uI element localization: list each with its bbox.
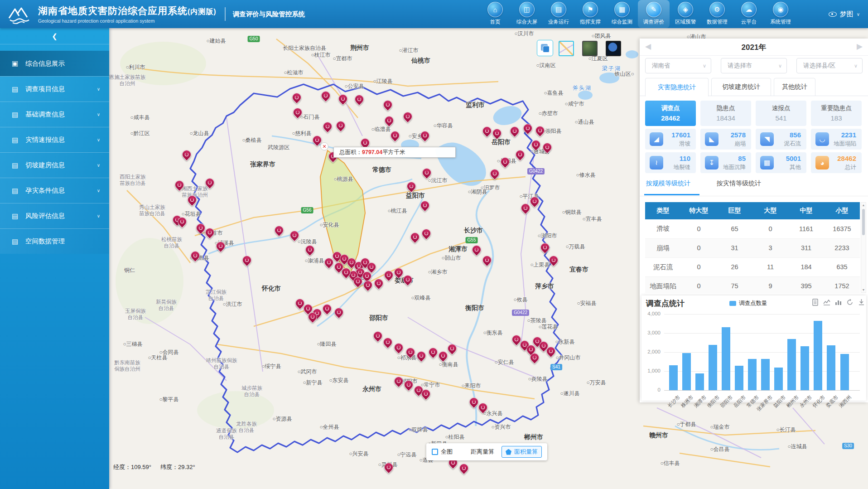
sidebar-item-label: 孕灾条件信息 xyxy=(25,186,97,195)
nav-item-数据管理[interactable]: ⚙数据管理 xyxy=(701,0,733,28)
tab-灾害隐患统计[interactable]: 灾害隐患统计 xyxy=(645,78,709,97)
nav-item-云平台[interactable]: ☁云平台 xyxy=(733,0,765,28)
type-card-泥石流[interactable]: ◥856泥石流 xyxy=(756,129,806,150)
table-header-cell: 大型 xyxy=(752,202,788,219)
legend-label[interactable]: 调查点数量 xyxy=(739,300,767,307)
sidebar-item-风险评估信息[interactable]: ▤风险评估信息∨ xyxy=(0,203,109,228)
table-cell: 0 xyxy=(681,257,717,276)
hazard-glyph-icon xyxy=(327,260,331,264)
bar-张家界市[interactable] xyxy=(761,359,770,390)
nav-item-调查评价[interactable]: ✎调查评价 xyxy=(638,0,670,28)
map-place-label: ○石门县 xyxy=(300,113,319,121)
hazard-glyph-icon xyxy=(533,199,536,203)
type-card-崩塌[interactable]: ◣2578崩塌 xyxy=(700,129,751,150)
table-row[interactable]: 地面塌陷07593951752 xyxy=(645,276,860,293)
street-map-thumbnail[interactable] xyxy=(559,41,574,56)
bar-郴州市[interactable] xyxy=(787,339,796,390)
scrollbar-thumb[interactable] xyxy=(862,209,865,235)
other-types-icon: ▦ xyxy=(760,156,774,169)
tab-切坡建房统计[interactable]: 切坡建房统计 xyxy=(711,78,771,96)
nav-item-综合监测[interactable]: ▦综合监测 xyxy=(606,0,638,28)
year-next-arrow-icon[interactable]: ▶ xyxy=(857,42,863,51)
map-tool-全图[interactable]: 全图 xyxy=(432,448,453,456)
hazard-glyph-icon xyxy=(397,270,400,274)
subtab-按灾情等级统计[interactable]: 按灾情等级统计 xyxy=(717,179,761,188)
satellite-map-thumbnail[interactable] xyxy=(582,41,598,56)
type-card-地裂缝[interactable]: ≀110地裂缝 xyxy=(645,152,696,173)
stat-card-重要隐患点[interactable]: 重要隐患点183 xyxy=(811,101,862,126)
type-card-label: 总计 xyxy=(845,164,856,171)
refresh-icon[interactable] xyxy=(846,299,854,306)
map-place-label: 自治县 xyxy=(208,295,224,302)
region-select-2[interactable]: 请选择县/区∨ xyxy=(796,58,863,73)
sidebar-item-调查项目信息[interactable]: ▤调查项目信息∨ xyxy=(0,76,109,102)
table-cell: 75 xyxy=(717,276,752,293)
sidebar-item-切坡建房信息[interactable]: ▤切坡建房信息∨ xyxy=(0,152,109,178)
type-card-滑坡[interactable]: ◢17601滑坡 xyxy=(645,129,696,150)
table-row[interactable]: 滑坡0650116116375 xyxy=(645,219,860,238)
sidebar-item-孕灾条件信息[interactable]: ▤孕灾条件信息∨ xyxy=(0,178,109,203)
hazard-glyph-icon xyxy=(219,244,222,247)
tab-其他统计[interactable]: 其他统计 xyxy=(774,78,815,96)
download-icon[interactable] xyxy=(858,299,865,306)
table-head: 类型特大型巨型大型中型小型 xyxy=(645,202,860,219)
nav-item-指挥支撑[interactable]: ⚑指挥支撑 xyxy=(574,0,606,28)
nav-item-业务运行[interactable]: ▤业务运行 xyxy=(543,0,574,28)
bar-益阳市[interactable] xyxy=(774,368,783,390)
bar-永州市[interactable] xyxy=(800,346,809,390)
sidebar-item-基础调查信息[interactable]: ▤基础调查信息∨ xyxy=(0,102,109,127)
nav-item-区域预警[interactable]: ◈区域预警 xyxy=(670,0,701,28)
map-tool-距离量算[interactable]: 距离量算 xyxy=(460,448,494,456)
bar-株洲市[interactable] xyxy=(682,353,691,390)
bar-chart-icon[interactable] xyxy=(835,299,842,306)
table-row[interactable]: 崩塌03133112233 xyxy=(645,238,860,257)
bar-衡阳市[interactable] xyxy=(709,345,717,390)
bar-常德市[interactable] xyxy=(748,359,757,390)
scroll-up-icon[interactable]: ▲ xyxy=(861,203,866,207)
layers-icon[interactable] xyxy=(537,40,553,56)
nav-item-首页[interactable]: ⌂首页 xyxy=(479,0,511,28)
region-select-1[interactable]: 请选择市∨ xyxy=(721,58,787,73)
line-chart-icon[interactable] xyxy=(823,299,830,306)
user-menu[interactable]: 梦图 ∨ xyxy=(829,0,860,28)
subtab-按规模等级统计[interactable]: 按规模等级统计 xyxy=(646,179,690,188)
bar-娄底市[interactable] xyxy=(827,345,835,390)
type-card-其他[interactable]: ▦5001其他 xyxy=(756,152,806,173)
map-place-label: 芷江侗族 xyxy=(206,289,227,295)
stat-card-隐患点[interactable]: 隐患点18434 xyxy=(700,101,751,126)
region-select-0[interactable]: 湖南省∨ xyxy=(645,58,711,73)
bar-邵阳市[interactable] xyxy=(722,327,730,390)
globe-3d-thumbnail[interactable] xyxy=(606,41,621,56)
bar-岳阳市[interactable] xyxy=(735,366,743,390)
scroll-down-icon[interactable]: ▼ xyxy=(861,288,866,291)
stat-card-调查点[interactable]: 调查点28462 xyxy=(645,101,696,126)
data-view-icon[interactable] xyxy=(812,299,819,306)
sidebar-item-空间数据管理[interactable]: ▤空间数据管理 xyxy=(0,228,109,254)
table-scrollbar[interactable]: ▲ ▼ xyxy=(861,202,866,293)
sidebar-item-灾情速报信息[interactable]: ▤灾情速报信息∨ xyxy=(0,127,109,152)
sidebar-collapse-button[interactable]: ❮ xyxy=(0,28,109,44)
hazard-glyph-icon xyxy=(524,206,527,209)
map-tool-面积量算[interactable]: 面积量算 xyxy=(502,446,542,458)
measure-close-icon[interactable]: ✕ xyxy=(320,142,328,150)
nav-item-系统管理[interactable]: ◉系统管理 xyxy=(765,0,796,28)
map-place-label: ○松滋市 xyxy=(284,69,303,77)
bar-怀化市[interactable] xyxy=(814,321,822,390)
sidebar-item-label: 调查项目信息 xyxy=(25,85,97,93)
type-card-地面沉降[interactable]: ↧85地面沉降 xyxy=(700,152,751,173)
hazard-glyph-icon xyxy=(363,260,367,264)
map-place-label: ○桃源县 xyxy=(333,175,353,183)
app-title: 湖南省地质灾害防治综合应用系统 xyxy=(38,5,188,16)
bar-湘潭市[interactable] xyxy=(695,373,704,390)
table-row[interactable]: 泥石流02611184635 xyxy=(645,257,860,276)
stat-card-速报点[interactable]: 速报点541 xyxy=(756,101,806,126)
bar-湘西州[interactable] xyxy=(840,354,849,390)
nav-item-综合大屏[interactable]: ◫综合大屏 xyxy=(511,0,543,28)
legend-swatch[interactable] xyxy=(729,301,736,306)
sidebar-item-综合信息展示[interactable]: ▣综合信息展示 xyxy=(0,51,109,76)
bar-长沙市[interactable] xyxy=(669,365,678,390)
app-title-badge: (内测版) xyxy=(188,8,217,15)
type-card-总计[interactable]: ◕28462总计 xyxy=(811,152,862,173)
map-place-label: ○衡南县 xyxy=(439,361,458,368)
type-card-地面塌陷[interactable]: ◡2231地面塌陷 xyxy=(811,129,862,150)
